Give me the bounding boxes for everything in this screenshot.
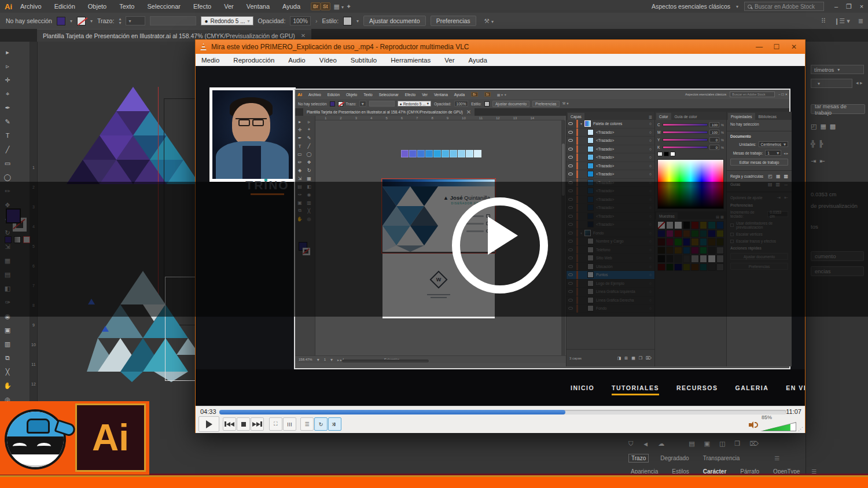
line-tool-icon[interactable]: ╱ [0,142,15,156]
opacity-value[interactable]: 100% [290,16,311,25]
edit-artboards-button[interactable]: tar mesas de trabajo [811,104,865,114]
close-tab-icon[interactable]: ✕ [301,32,306,39]
direct-selection-tool-icon[interactable]: ▹ [0,59,15,73]
isolate-icon[interactable]: ⚒ ▾ [484,17,494,24]
search-icon [748,5,752,9]
preferences-button[interactable]: Preferencias [431,16,476,26]
fullscreen-button[interactable]: ⛶ [269,417,282,431]
graph-tool-icon[interactable]: ▥ [0,337,15,351]
brush-dropdown: ● Redondo 5 ... ▾ [398,101,431,107]
presenter-webcam [209,87,296,182]
pen-tool-icon[interactable]: ✒ [0,101,15,115]
slice-tool-icon[interactable]: ╳ [0,365,15,379]
stroke-color-swatch[interactable] [77,17,86,25]
ruler-number: 8 [431,116,433,120]
next-button[interactable] [251,417,264,431]
opacity-value: 100% [454,101,469,107]
minimize-icon[interactable]: – [830,3,843,10]
opacity-label: Opacidad: [258,17,286,24]
vlc-menu-item[interactable]: Subtítulo [351,57,377,64]
style-swatch[interactable] [343,17,352,25]
fill-color-swatch[interactable] [57,17,65,25]
menu-item[interactable]: Edición [54,3,75,10]
bridge-icon[interactable]: Br [311,2,321,10]
guide-icons[interactable]: ╬╠ [811,140,823,147]
list-icon[interactable]: ≣ [858,17,863,25]
dots-icon[interactable]: ⠿ [821,17,826,25]
panel-toggle-icon[interactable]: ❙☰ ▾ [834,17,850,25]
hand-tool-icon[interactable]: ✋ [0,379,15,392]
loop-button[interactable]: ↻ [314,417,328,431]
vlc-menu-item[interactable]: Reproducción [233,57,274,64]
menu-item[interactable]: Efecto [193,3,211,10]
close-icon[interactable]: × [855,3,868,10]
magic-wand-tool-icon[interactable]: ✛ [0,73,15,87]
type-tool-icon[interactable]: T [0,129,15,142]
tab-trazo[interactable]: Trazo [628,454,649,463]
panel-icons-row[interactable]: ⛉◄☁▤▣◫❒⌦ [628,440,759,447]
vlc-menu-item[interactable]: Audio [288,57,305,64]
extended-settings-button[interactable]: ☰ [283,417,296,431]
volume-slider[interactable] [760,422,796,431]
vlc-menu-item[interactable]: Vídeo [319,57,337,64]
tab-transparencia[interactable]: Transparencia [701,454,742,462]
menu-item[interactable]: Ayuda [282,3,300,10]
menu-item[interactable]: Objeto [88,3,106,10]
fit-document-button[interactable]: Ajustar documento [363,16,426,26]
stock-icon[interactable]: St [321,2,330,10]
artboard-dropdown[interactable]: ▾ [811,79,852,88]
stroke-stepper[interactable]: ▴▾ [119,17,121,25]
resize-grip[interactable]: ⋰ [798,426,803,432]
restore-icon[interactable]: ❐ [843,3,855,10]
prev-next-icons[interactable]: ◂ ▸ [856,80,863,86]
variable-width-dropdown[interactable] [150,16,196,25]
menu-item[interactable]: Archivo [20,3,42,10]
vlc-menu-item[interactable]: Ver [444,57,454,64]
vlc-menubar: MedioReproducciónAudioVídeoSubtítuloHerr… [196,54,805,66]
previous-button[interactable] [223,417,236,431]
rectangle-tool-icon[interactable]: ▭ [0,156,15,170]
close-icon[interactable]: ✕ [785,43,803,51]
menu-item: Texto [363,93,373,97]
menu-item[interactable]: Ver [224,3,234,10]
cmyk-slider-row: Y 0 % [657,137,724,142]
panel-menu-icon[interactable]: ☰ [774,455,779,461]
vlc-titlebar[interactable]: Mira este video PRIMERO_Explicación de u… [196,40,805,54]
nav-tutoriales: TUTORIALES [612,384,659,391]
maximize-icon[interactable]: ☐ [768,43,785,51]
arrange-docs-icon[interactable]: ▦ ▾ [334,3,344,10]
playlist-button[interactable]: ☰ [300,417,314,431]
menu-item[interactable]: Seleccionar [147,3,180,10]
tab-degradado[interactable]: Degradado [658,454,691,462]
brush-dropdown[interactable]: ● Redondo 5 ... ▾ [201,16,253,25]
adobe-stock-search[interactable]: Buscar en Adobe Stock [744,2,824,11]
stroke-width-dropdown[interactable]: ▾ [126,16,145,25]
ruler-number: 9 [447,116,448,120]
ruler-number: 3 [355,116,357,120]
artboard-tool-icon[interactable]: ⧉ [0,351,15,365]
units-dropdown[interactable]: tímetros▾ [811,65,864,74]
seek-bar[interactable] [219,410,786,414]
lasso-tool-icon[interactable]: ⌖ [0,87,15,101]
speaker-icon[interactable] [749,421,758,428]
play-button[interactable] [198,416,219,432]
menu-item: Objeto [346,93,357,97]
big-play-button[interactable] [452,197,548,293]
style-label: Estilo: [471,102,481,106]
menu-item: Ver [422,93,428,97]
snap-icons[interactable]: ⇥⇤ [811,157,825,165]
vlc-menu-item[interactable]: Ayuda [468,57,487,64]
menu-item[interactable]: Texto [119,3,134,10]
curvature-tool-icon[interactable]: ✎ [0,115,15,129]
symbol-sprayer-tool-icon[interactable]: ▣ [0,323,15,337]
stop-button[interactable] [237,417,250,431]
vlc-menu-item[interactable]: Medio [201,57,219,64]
selection-tool-icon[interactable]: ▸ [0,45,15,59]
vlc-menu-item[interactable]: Herramientas [391,57,431,64]
workspace-switcher[interactable]: Aspectos esenciales clásicos [652,3,730,10]
shuffle-button[interactable]: ↗↘ [328,417,341,431]
ruler-grid-icons[interactable]: ◰▦▩ [811,123,836,130]
minimize-icon[interactable]: — [751,43,768,51]
none-black-white-chips [655,150,726,158]
menu-item[interactable]: Ventana [247,3,270,10]
